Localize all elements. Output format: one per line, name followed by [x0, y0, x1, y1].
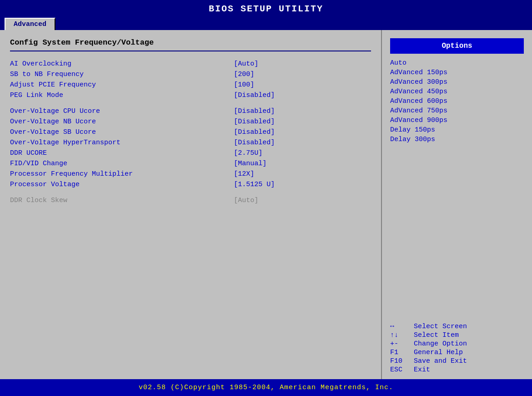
menu-label: Over-Voltage NB Ucore [10, 117, 234, 127]
option-item[interactable]: Delay 150ps [390, 125, 524, 135]
menu-value: [Disabled] [234, 90, 371, 101]
menu-label: AI Overclocking [10, 59, 234, 69]
key-desc: Save and Exit [414, 357, 467, 365]
footer-text: v02.58 (C)Copyright 1985-2004, American … [139, 384, 393, 391]
option-item[interactable]: Auto [390, 58, 524, 68]
menu-table: AI Overclocking[Auto]SB to NB Frequency[… [10, 59, 371, 206]
option-item[interactable]: AdVanced 900ps [390, 116, 524, 125]
divider [10, 51, 371, 51]
option-item[interactable]: AdVanced 150ps [390, 68, 524, 77]
key-row: +-Change Option [390, 340, 524, 348]
main-content: Config System Frequency/Voltage AI Overc… [0, 30, 532, 379]
menu-row[interactable]: PEG Link Mode[Disabled] [10, 90, 371, 101]
menu-row[interactable]: Over-Voltage HyperTransport[Disabled] [10, 137, 371, 148]
menu-row[interactable]: DDR Clock Skew[Auto] [10, 195, 371, 206]
menu-value: [Disabled] [234, 127, 371, 137]
menu-row[interactable]: DDR UCORE[2.75U] [10, 148, 371, 158]
key-label: ↔ [390, 323, 414, 330]
menu-row[interactable]: Processor Voltage[1.5125 U] [10, 179, 371, 190]
option-item[interactable]: AdVanced 300ps [390, 77, 524, 87]
options-list: AutoAdVanced 150psAdVanced 300psAdVanced… [382, 58, 532, 322]
key-desc: Exit [414, 366, 430, 374]
option-item[interactable]: AdVanced 600ps [390, 96, 524, 106]
menu-value: [100] [234, 80, 371, 90]
tab-advanced[interactable]: Advanced [5, 18, 55, 30]
key-label: ↑↓ [390, 331, 414, 339]
option-item[interactable]: AdVanced 750ps [390, 106, 524, 116]
menu-row[interactable]: Over-Voltage SB Ucore[Disabled] [10, 127, 371, 137]
key-desc: Change Option [414, 340, 467, 348]
menu-label: Over-Voltage SB Ucore [10, 127, 234, 137]
app-title: BIOS SETUP UTILITY [209, 4, 323, 14]
key-row: ↑↓Select Item [390, 331, 524, 339]
tab-row: Advanced [0, 18, 532, 30]
key-label: F10 [390, 357, 414, 365]
menu-value: [1.5125 U] [234, 179, 371, 190]
menu-label: Processor Frequency Multiplier [10, 169, 234, 179]
menu-value: [Auto] [234, 59, 371, 69]
key-label: +- [390, 340, 414, 348]
option-item[interactable]: Delay 300ps [390, 135, 524, 144]
menu-value: [Manual] [234, 158, 371, 169]
right-panel: Options AutoAdVanced 150psAdVanced 300ps… [382, 30, 532, 379]
menu-row[interactable]: SB to NB Frequency[200] [10, 69, 371, 80]
menu-label: SB to NB Frequency [10, 69, 234, 80]
key-row: F1General Help [390, 349, 524, 356]
options-header: Options [390, 38, 524, 54]
key-row: F10Save and Exit [390, 357, 524, 365]
key-desc: Select Screen [414, 323, 467, 330]
menu-row[interactable]: FID/VID Change[Manual] [10, 158, 371, 169]
menu-label: Adjust PCIE Frequency [10, 80, 234, 90]
key-row: ESCExit [390, 366, 524, 374]
menu-label: DDR UCORE [10, 148, 234, 158]
section-title: Config System Frequency/Voltage [10, 38, 371, 47]
menu-row[interactable]: Over-Voltage CPU Ucore[Disabled] [10, 106, 371, 117]
menu-label: Processor Voltage [10, 179, 234, 190]
menu-row[interactable]: Adjust PCIE Frequency[100] [10, 80, 371, 90]
menu-row[interactable]: Over-Voltage NB Ucore[Disabled] [10, 117, 371, 127]
menu-value: [Disabled] [234, 137, 371, 148]
menu-label: Over-Voltage CPU Ucore [10, 106, 234, 117]
key-desc: General Help [414, 349, 463, 356]
menu-row[interactable]: AI Overclocking[Auto] [10, 59, 371, 69]
menu-value: [2.75U] [234, 148, 371, 158]
menu-label: FID/VID Change [10, 158, 234, 169]
menu-label: DDR Clock Skew [10, 195, 234, 206]
menu-row[interactable]: Processor Frequency Multiplier[12X] [10, 169, 371, 179]
menu-label: Over-Voltage HyperTransport [10, 137, 234, 148]
menu-value: [200] [234, 69, 371, 80]
menu-value: [Disabled] [234, 117, 371, 127]
key-desc: Select Item [414, 331, 459, 339]
footer: v02.58 (C)Copyright 1985-2004, American … [0, 379, 532, 396]
key-label: F1 [390, 349, 414, 356]
key-row: ↔Select Screen [390, 323, 524, 330]
menu-value: [12X] [234, 169, 371, 179]
menu-label: PEG Link Mode [10, 90, 234, 101]
key-label: ESC [390, 366, 414, 374]
menu-value: [Disabled] [234, 106, 371, 117]
left-panel: Config System Frequency/Voltage AI Overc… [0, 30, 382, 379]
option-item[interactable]: AdVanced 450ps [390, 87, 524, 96]
keys-section: ↔Select Screen↑↓Select Item+-Change Opti… [382, 322, 532, 379]
menu-value: [Auto] [234, 195, 371, 206]
title-bar: BIOS SETUP UTILITY [0, 0, 532, 18]
